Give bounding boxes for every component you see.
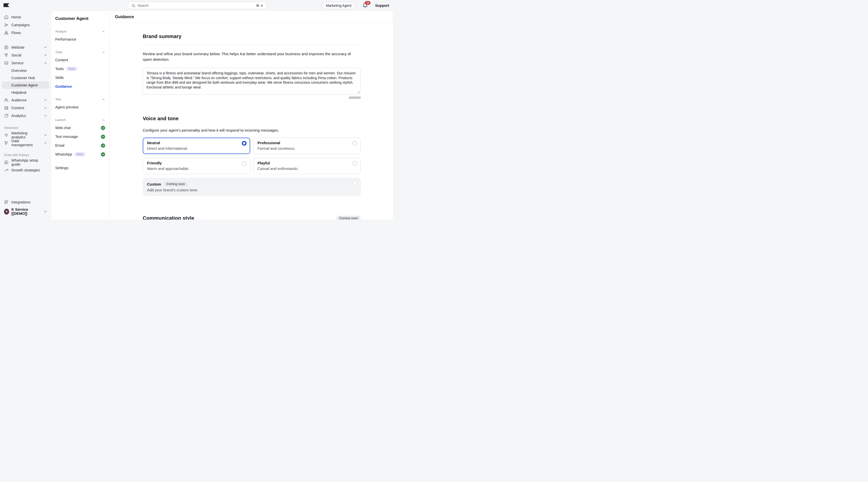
page-title: Guidance <box>110 11 393 23</box>
beta-badge: Beta <box>74 152 86 157</box>
notifications-button[interactable]: 12 <box>362 2 368 8</box>
inbox-icon <box>4 61 8 65</box>
panel-item-skills[interactable]: Skills <box>55 75 105 80</box>
sidebar-item-home[interactable]: Home <box>2 13 49 21</box>
radio-disabled-icon <box>352 182 357 186</box>
chevron-up-icon <box>102 51 105 54</box>
sidebar-item-social[interactable]: Social <box>2 51 49 59</box>
check-circle-icon <box>101 126 105 130</box>
home-icon <box>4 15 8 20</box>
account-avatar: K <box>4 209 9 215</box>
integrations-icon <box>4 200 8 204</box>
panel-item-settings[interactable]: Settings <box>55 166 105 170</box>
brand-summary-textarea[interactable]: Terraza is a fitness and activewear bran… <box>143 68 361 95</box>
notification-count-badge: 12 <box>365 1 370 5</box>
tone-option-playful[interactable]: Playful Casual and enthusiastic. <box>253 158 361 174</box>
flows-icon <box>4 31 8 35</box>
sidebar-item-service[interactable]: Service <box>2 59 49 67</box>
sidebar-item-customer-hub[interactable]: Customer Hub <box>2 74 49 82</box>
brand-summary-description: Review and refine your brand summary bel… <box>143 51 361 62</box>
panel-item-text-message[interactable]: Text message <box>55 134 105 139</box>
sidebar-spacer <box>2 174 49 198</box>
sidebar-section-grow: Grow with Klaviyo <box>2 153 49 157</box>
panel-item-tools[interactable]: Tools Beta <box>55 66 105 71</box>
customer-agent-panel: Customer Agent Analyze Performance Train… <box>51 11 110 220</box>
trending-up-icon <box>4 168 8 172</box>
marketing-agent-button[interactable]: Marketing Agent <box>321 2 356 9</box>
social-icon <box>4 53 8 58</box>
panel-item-web-chat[interactable]: Web chat <box>55 125 105 130</box>
chevron-up-icon <box>102 119 105 122</box>
chevron-down-icon <box>43 114 47 118</box>
voice-tone-description: Configure your agent's personality and h… <box>143 128 361 133</box>
panel-item-performance[interactable]: Performance <box>55 37 105 42</box>
whatsapp-icon <box>4 160 8 165</box>
check-circle-icon <box>101 143 105 148</box>
data-nodes-icon <box>4 141 8 145</box>
lightbulb-icon <box>4 133 8 137</box>
chevron-down-icon <box>43 133 47 137</box>
tone-options-grid: Neutral Direct and informational. Profes… <box>143 138 361 196</box>
primary-sidebar: Home Campaigns Flows Website Social Serv… <box>0 11 51 220</box>
tone-option-professional[interactable]: Professional Formal and courteous. <box>253 138 361 154</box>
users-icon <box>4 98 8 102</box>
sidebar-gap <box>2 37 49 43</box>
voice-tone-heading: Voice and tone <box>143 116 361 122</box>
radio-unselected-icon[interactable] <box>352 161 357 166</box>
beta-badge: Beta <box>66 67 78 71</box>
chevron-up-icon <box>102 30 105 33</box>
panel-section-test[interactable]: Test <box>55 98 105 101</box>
panel-section-analyze[interactable]: Analyze <box>55 30 105 33</box>
website-icon <box>4 45 8 50</box>
sidebar-item-helpdesk[interactable]: Helpdesk <box>2 89 49 96</box>
sidebar-item-integrations[interactable]: Integrations <box>2 198 49 206</box>
global-search-input[interactable]: Search ⌘ K <box>128 2 267 9</box>
panel-item-agent-preview[interactable]: Agent preview <box>55 105 105 110</box>
radio-unselected-icon[interactable] <box>242 161 246 166</box>
tone-option-custom: Custom Coming soon Add your brand's cust… <box>143 178 361 196</box>
sidebar-item-marketing-analytics[interactable]: Marketing analytics <box>2 131 49 139</box>
search-icon <box>131 3 135 7</box>
send-icon <box>4 23 8 27</box>
chevron-down-icon <box>43 141 47 145</box>
panel-item-whatsapp[interactable]: WhatsApp Beta <box>55 152 105 157</box>
resize-handle-icon[interactable] <box>357 91 360 94</box>
radio-selected-icon[interactable] <box>242 141 247 146</box>
sidebar-item-data-management[interactable]: Data management <box>2 139 49 147</box>
guidance-content: Brand summary Review and refine your bra… <box>110 23 393 220</box>
klaviyo-logo-icon[interactable] <box>3 3 9 7</box>
panel-section-train[interactable]: Train <box>55 51 105 54</box>
section-divider <box>143 45 361 45</box>
chevron-up-icon <box>102 98 105 101</box>
support-link[interactable]: Support <box>375 3 389 7</box>
account-switcher[interactable]: K K Service [[DEMO]] <box>2 206 49 217</box>
panel-section-launch[interactable]: Launch <box>55 118 105 122</box>
sidebar-item-content[interactable]: Content <box>2 104 49 112</box>
pie-chart-icon <box>4 114 8 118</box>
panel-item-guidance[interactable]: Guidance <box>55 84 105 89</box>
sidebar-item-flows[interactable]: Flows <box>2 29 49 37</box>
tone-option-neutral[interactable]: Neutral Direct and informational. <box>143 138 250 154</box>
main-card: Customer Agent Analyze Performance Train… <box>51 11 393 220</box>
tone-option-friendly[interactable]: Friendly Warm and approachable. <box>143 158 250 174</box>
panel-title: Customer Agent <box>55 16 105 21</box>
radio-unselected-icon[interactable] <box>352 141 357 146</box>
topbar: Search ⌘ K Marketing Agent 12 Support <box>0 0 395 11</box>
sidebar-item-growth-strategies[interactable]: Growth strategies <box>2 166 49 174</box>
coming-soon-badge: Coming soon <box>336 216 361 220</box>
sidebar-item-customer-agent[interactable]: Customer Agent <box>2 82 49 89</box>
sidebar-item-campaigns[interactable]: Campaigns <box>2 21 49 29</box>
communication-style-heading: Communication style <box>143 215 194 220</box>
sidebar-section-advanced: Advanced <box>2 126 49 130</box>
sidebar-item-overview[interactable]: Overview <box>2 67 49 74</box>
sidebar-item-audience[interactable]: Audience <box>2 96 49 104</box>
panel-item-content[interactable]: Content <box>55 58 105 63</box>
sidebar-item-analytics[interactable]: Analytics <box>2 112 49 120</box>
sidebar-item-website[interactable]: Website <box>2 43 49 51</box>
news-icon <box>4 106 8 110</box>
check-circle-icon <box>101 152 105 157</box>
account-name: K Service [[DEMO]] <box>11 207 41 216</box>
panel-item-email[interactable]: Email <box>55 143 105 148</box>
sidebar-item-whatsapp-setup-guide[interactable]: WhatsApp setup guide <box>2 158 49 166</box>
search-shortcut-hint: ⌘ K <box>256 3 263 7</box>
